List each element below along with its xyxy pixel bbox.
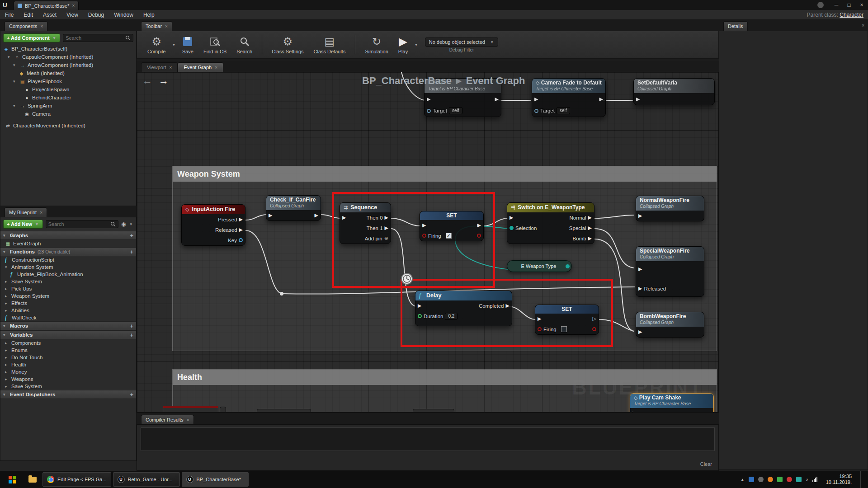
section-macros[interactable]: ▾ Macros + <box>0 321 136 330</box>
category-item[interactable]: ▸ Pick Ups <box>0 285 136 292</box>
category-item[interactable]: ▸ Effects <box>0 300 136 307</box>
tab-viewport[interactable]: Viewport × <box>141 62 178 72</box>
menu-file[interactable]: File <box>0 12 19 18</box>
node-check-if-canfire[interactable]: Check_If_CanFire Collapsed Graph ▶ ▶ <box>266 195 321 221</box>
variable-category[interactable]: ▸ Do Not Touch <box>0 354 136 361</box>
class-settings-button[interactable]: ⚙ Class Settings <box>268 35 307 55</box>
category-item[interactable]: ▸ Abilities <box>0 307 136 314</box>
expander-icon[interactable]: ▾ <box>8 55 12 59</box>
add-new-button[interactable]: + Add New ▾ <box>3 220 43 229</box>
clear-button[interactable]: Clear <box>700 461 712 467</box>
tab-my-blueprint[interactable]: My Blueprint × <box>5 207 47 217</box>
node-camera-fade[interactable]: ◇ Camera Fade to Default Target is BP Ch… <box>532 78 606 117</box>
tray-shield-icon[interactable] <box>777 477 783 482</box>
play-button[interactable]: ▶ Play <box>394 35 412 55</box>
target-pin[interactable] <box>427 109 431 113</box>
expander-icon[interactable]: ▾ <box>13 103 17 108</box>
close-tab-icon[interactable]: × <box>165 24 168 29</box>
expander-icon[interactable]: ▸ <box>5 348 9 352</box>
taskbar-app-unreal-project[interactable]: U Retro_Game - Unr... <box>113 472 180 487</box>
compile-button[interactable]: ⚙ Compile <box>143 35 170 55</box>
target-value-box[interactable]: self <box>449 107 462 114</box>
tab-compiler-results[interactable]: Compiler Results × <box>141 415 194 424</box>
function-item[interactable]: f WallCheck <box>0 314 136 321</box>
find-in-cb-button[interactable]: Find in CB <box>199 35 231 55</box>
menu-debug[interactable]: Debug <box>83 12 109 18</box>
add-component-button[interactable]: + Add Component ▾ <box>3 33 60 42</box>
debug-object-dropdown[interactable]: No debug object selected ▾ <box>425 38 499 47</box>
show-desktop-button[interactable] <box>860 471 863 488</box>
exec-in-pin[interactable]: ▶ <box>538 316 541 321</box>
tab-toolbar[interactable]: Toolbar × <box>141 21 172 31</box>
node-normal-weapon-fire[interactable]: NormalWeaponFire Collapsed Graph ▶ <box>636 196 704 221</box>
expander-icon[interactable]: ▾ <box>5 265 9 269</box>
component-row[interactable]: ◈ BP_CharacterBase(self) <box>0 45 136 53</box>
add-variable-icon[interactable]: + <box>130 332 133 338</box>
exec-in-pin[interactable]: ▶ <box>638 329 642 334</box>
exec-in-pin[interactable]: ▶ <box>534 97 538 102</box>
start-button[interactable] <box>2 471 23 488</box>
close-tab-icon[interactable]: × <box>187 418 189 422</box>
selection-pin[interactable] <box>509 226 514 230</box>
tab-event-graph[interactable]: Event Graph × <box>178 62 223 72</box>
nav-forward-icon[interactable]: → <box>159 75 169 87</box>
close-panel-icon[interactable]: × <box>862 23 864 28</box>
network-icon[interactable] <box>812 477 817 482</box>
variable-category[interactable]: ▸ Components <box>0 339 136 347</box>
expander-icon[interactable]: ▸ <box>5 286 9 291</box>
expander-icon[interactable]: ▸ <box>5 301 9 305</box>
graph-item-eventgraph[interactable]: ▦ EventGraph <box>0 240 136 247</box>
exec-out-pin[interactable]: ▶ <box>588 225 592 230</box>
taskbar-app-browser[interactable]: Edit Page < FPS Ga... <box>42 472 111 487</box>
section-functions[interactable]: ▾ Functions (28 Overridable) + <box>0 247 136 256</box>
close-button[interactable]: × <box>855 0 868 10</box>
node-set-default-collapsed[interactable]: SetDefaultVaria Collapsed Graph ▶ <box>633 78 715 105</box>
chevron-down-icon[interactable]: ▾ <box>171 42 176 47</box>
exec-out-pin[interactable]: ▶ <box>385 215 388 220</box>
exec-out-pin[interactable]: ▶ <box>588 236 592 241</box>
tab-components[interactable]: Components × <box>5 21 47 31</box>
expander-icon[interactable]: ▸ <box>5 377 9 381</box>
exec-in-pin[interactable]: ▶ <box>638 213 642 218</box>
component-row[interactable]: ◆ Mesh (Inherited) <box>0 69 136 77</box>
component-row[interactable]: ▾ ▤ PlayerFlipbook <box>0 77 136 85</box>
exec-out-pin[interactable]: ▷ <box>593 316 596 321</box>
node-delay[interactable]: f Delay ▶ Completed ▶ Duration 0.2 <box>415 291 512 326</box>
tray-app-icon[interactable] <box>758 477 764 482</box>
volume-icon[interactable]: ♪ <box>806 477 808 482</box>
variable-category[interactable]: ▸ Money <box>0 368 136 375</box>
file-explorer-button[interactable] <box>24 472 41 487</box>
enum-out-pin[interactable] <box>566 264 570 268</box>
bool-out-pin[interactable] <box>477 234 481 238</box>
my-blueprint-search[interactable] <box>46 220 118 228</box>
menu-asset[interactable]: Asset <box>38 12 61 18</box>
components-search-input[interactable] <box>66 35 125 41</box>
variable-category[interactable]: ▸ Health <box>0 361 136 368</box>
tray-app-icon[interactable] <box>787 477 792 482</box>
expander-icon[interactable]: ▸ <box>5 370 9 374</box>
variable-category[interactable]: ▸ Save System <box>0 383 136 390</box>
exec-in-pin[interactable]: ▶ <box>509 215 513 220</box>
exec-in-pin[interactable]: ▶ <box>269 213 272 218</box>
node-set-firing-true[interactable]: SET ▶ ▶ Firing <box>420 211 484 241</box>
tab-details[interactable]: Details <box>723 21 748 31</box>
bool-out-pin[interactable] <box>592 327 596 331</box>
exec-out-pin[interactable]: ▶ <box>315 213 318 218</box>
components-search[interactable] <box>63 34 133 42</box>
function-item[interactable]: f ConstructionScript <box>0 256 136 263</box>
minimize-button[interactable]: ─ <box>830 0 843 10</box>
exec-in-pin[interactable]: ▶ <box>638 286 642 291</box>
expander-icon[interactable]: ▸ <box>5 355 9 360</box>
chevron-down-icon[interactable]: ▾ <box>414 42 419 47</box>
expander-icon[interactable]: ▸ <box>5 341 9 345</box>
function-item[interactable]: f Update_FlipBook_Animation <box>0 271 136 278</box>
add-function-icon[interactable]: + <box>130 249 133 255</box>
bool-in-pin[interactable] <box>538 327 542 331</box>
expander-icon[interactable]: ▸ <box>5 362 9 367</box>
node-inputaction-fire[interactable]: ◇ InputAction Fire Pressed ▶ Released ▶ … <box>181 204 245 246</box>
exec-out-pin[interactable]: ▶ <box>239 217 243 222</box>
exec-out-pin[interactable]: ▶ <box>495 97 499 102</box>
expander-icon[interactable]: ▸ <box>5 384 9 389</box>
node-switch-weapontype[interactable]: ⇶ Switch on E_WeaponType ▶ Normal ▶ Sele… <box>507 202 594 244</box>
duration-pin[interactable] <box>418 314 422 318</box>
